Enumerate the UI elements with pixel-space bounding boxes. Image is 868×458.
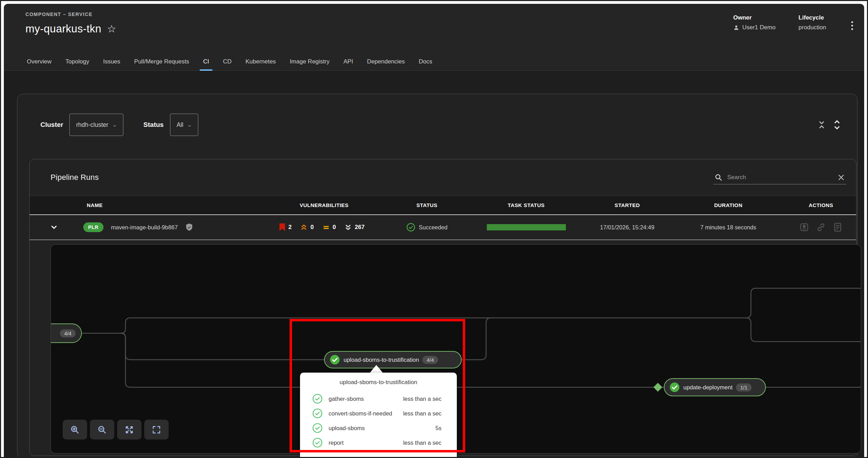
task-node-label: update-deployment [683,384,732,391]
status-select[interactable]: All ⌄ [170,114,198,136]
task-status-progress-bar [487,224,566,230]
chain-link-icon[interactable] [815,221,827,233]
success-check-icon [406,223,415,232]
breadcrumb: COMPONENT – SERVICE [25,12,116,17]
step-success-icon [312,437,323,448]
pipeline-run-link[interactable]: maven-image-build-9b867 [111,224,178,231]
actions-cell [786,221,856,233]
task-node-update-deployment[interactable]: update-deployment 1/1 [664,378,766,396]
step-duration: less than a sec [403,396,441,402]
step-duration: less than a sec [403,410,441,417]
tab-topology[interactable]: Topology [66,53,89,71]
cluster-select[interactable]: rhdh-cluster ⌄ [69,114,123,136]
medium-count: 0 [333,224,336,231]
table-row: PLR maven-image-build-9b867 2 [30,215,856,240]
tooltip-task-row: gather-sboms less than a sec [300,391,457,406]
entity-tabs: Overview Topology Issues Pull/Merge Requ… [4,53,864,71]
name-cell: PLR maven-image-build-9b867 [78,222,263,232]
severity-low-icon [344,223,352,231]
expand-row-chevron-icon[interactable] [30,223,78,231]
start-node-badge: 4/4 [60,329,76,337]
step-success-icon [312,408,323,419]
pipeline-runs-title: Pipeline Runs [51,173,99,182]
task-node-label: upload-sboms-to-trustification [344,357,419,363]
fit-to-screen-button[interactable] [117,420,141,440]
tab-api[interactable]: API [344,53,353,71]
graph-controls [63,420,169,440]
lifecycle-label: Lifecycle [799,14,826,21]
col-task-status: TASK STATUS [469,202,584,208]
status-value: Succeeded [419,224,448,231]
table-header: NAME VULNERABILITIES STATUS TASK STATUS … [30,196,856,215]
col-name: NAME [78,202,263,208]
task-success-icon [669,382,680,392]
shield-check-icon[interactable] [185,223,194,232]
tab-kubernetes[interactable]: Kubernetes [245,53,276,71]
step-duration: 5s [436,425,441,432]
entity-header-left: COMPONENT – SERVICE my-quarkus-tkn ☆ [25,12,116,35]
status-value: All [177,121,183,129]
step-success-icon [312,393,323,404]
lifecycle-block: Lifecycle production [799,14,826,31]
search-input[interactable] [727,174,832,181]
clear-search-icon[interactable] [837,174,845,181]
expand-all-icon[interactable] [829,117,845,132]
task-node-badge: 1/1 [736,383,752,391]
entity-header-right: Owner User1 Demo Lifecycle production [733,14,855,33]
search-icon [715,174,722,181]
owner-block: Owner User1 Demo [733,14,775,31]
high-count: 0 [310,224,314,231]
output-icon[interactable] [798,221,810,233]
kebab-menu-icon[interactable] [849,18,855,33]
task-node-upload-sboms-to-trustification[interactable]: upload-sboms-to-trustification 4/4 [324,351,462,368]
tab-docs[interactable]: Docs [419,53,432,71]
cluster-value: rhdh-cluster [76,121,108,129]
severity-high-icon [300,223,308,231]
step-duration: less than a sec [403,440,441,446]
step-name: convert-sboms-if-needed [329,410,398,417]
lifecycle-value: production [799,24,826,31]
zoom-in-button[interactable] [63,420,87,440]
person-icon [733,24,739,31]
pipeline-start-node[interactable]: 4/4 [51,323,82,343]
severity-critical-icon [279,223,286,231]
entity-header: COMPONENT – SERVICE my-quarkus-tkn ☆ Own… [4,4,864,53]
tooltip-task-row: report less than a sec [300,435,457,450]
step-name: gather-sboms [329,396,398,402]
step-name: report [329,440,398,446]
task-node-badge: 4/4 [422,356,438,364]
status-label: Status [144,121,164,129]
task-status-cell [469,224,584,230]
plr-badge: PLR [83,222,103,232]
tab-issues[interactable]: Issues [103,53,120,71]
tab-dependencies[interactable]: Dependencies [367,53,405,71]
critical-count: 2 [289,224,292,231]
tab-cd[interactable]: CD [223,53,232,71]
col-vulnerabilities: VULNERABILITIES [263,202,385,208]
col-duration: DURATION [671,202,786,208]
tooltip-task-row: upload-sboms 5s [300,421,457,435]
owner-label: Owner [733,14,775,21]
duration-cell: 7 minutes 18 seconds [671,224,786,231]
page-title: my-quarkus-tkn [25,23,101,35]
col-started: STARTED [584,202,671,208]
search-field [713,171,846,184]
tab-image-registry[interactable]: Image Registry [290,53,329,71]
cluster-label: Cluster [40,121,63,129]
tab-ci[interactable]: CI [203,53,209,71]
favorite-star-icon[interactable]: ☆ [107,24,116,34]
owner-value[interactable]: User1 Demo [742,24,775,31]
tab-pull-merge-requests[interactable]: Pull/Merge Requests [134,53,189,71]
chevron-down-icon: ⌄ [187,122,192,128]
vulnerabilities-cell: 2 0 0 [263,223,385,231]
started-cell: 17/01/2026, 15:24:49 [584,224,671,231]
document-icon[interactable] [832,221,844,233]
fullscreen-button[interactable] [144,420,169,440]
tab-overview[interactable]: Overview [27,53,52,71]
chevron-down-icon: ⌄ [112,122,117,128]
tooltip-title: upload-sboms-to-trustification [300,379,457,386]
collapse-all-icon[interactable] [814,117,829,132]
zoom-out-button[interactable] [90,420,114,440]
low-count: 267 [355,224,364,231]
col-actions: ACTIONS [786,202,856,208]
